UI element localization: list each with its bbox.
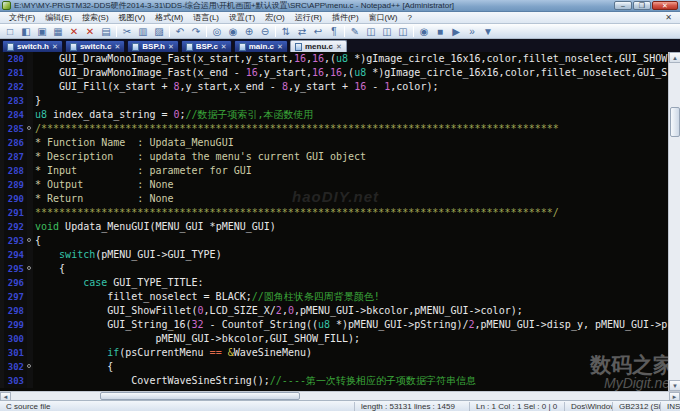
redo-icon[interactable]: ↷ xyxy=(189,25,203,38)
horizontal-scrollbar-thumb[interactable] xyxy=(100,392,300,400)
undo-icon[interactable]: ↶ xyxy=(173,25,187,38)
macro-stop-icon[interactable]: ■ xyxy=(433,25,447,38)
line-number[interactable]: 293 xyxy=(0,234,27,248)
new-file-icon[interactable]: □ xyxy=(3,25,17,38)
doc-monitor-2-icon[interactable]: ◫ xyxy=(380,25,394,38)
line-number[interactable]: 291 xyxy=(0,206,27,220)
find-icon[interactable]: ◎ xyxy=(210,25,224,38)
line-number[interactable]: 290 xyxy=(0,192,27,206)
line-number[interactable]: 286 xyxy=(0,136,27,150)
show-all-chars-icon[interactable]: ¶ xyxy=(327,25,341,38)
line-number[interactable]: 280 xyxy=(0,52,27,66)
line-number[interactable]: 302 xyxy=(0,360,27,374)
menu-item-5[interactable]: 语言(L) xyxy=(188,12,224,23)
vertical-scrollbar[interactable]: ▲ ▼ xyxy=(668,52,680,391)
menu-item-0[interactable]: 文件(F) xyxy=(4,12,40,23)
sync-horizontal-icon[interactable]: ⇄ xyxy=(295,25,309,38)
menu-item-4[interactable]: 格式(M) xyxy=(150,12,188,23)
line-number[interactable]: 282 xyxy=(0,80,27,94)
macro-save-icon[interactable]: ▼ xyxy=(481,25,495,38)
scroll-down-arrow-icon[interactable]: ▼ xyxy=(669,380,680,391)
minimize-button[interactable]: – xyxy=(614,1,632,10)
status-eol-format[interactable]: Dos\Windows xyxy=(565,402,613,411)
close-document-icon[interactable]: ✕ xyxy=(661,13,676,22)
line-number[interactable]: 296 xyxy=(0,276,27,290)
fold-marker-icon[interactable] xyxy=(27,266,31,270)
tab-close-icon[interactable]: ✕ xyxy=(52,43,58,51)
copy-icon[interactable]: ▥ xyxy=(136,25,150,38)
line-number[interactable]: 297 xyxy=(0,290,27,304)
tab-main.c[interactable]: main.c✕ xyxy=(234,40,288,52)
horizontal-scrollbar[interactable]: ◄ ► xyxy=(0,391,680,400)
line-number[interactable]: 295 xyxy=(0,262,27,276)
line-number[interactable]: 300 xyxy=(0,332,27,346)
tab-close-icon[interactable]: ✕ xyxy=(221,43,227,51)
menu-item-11[interactable]: ? xyxy=(402,13,416,22)
paste-icon[interactable]: ▨ xyxy=(152,25,166,38)
line-number[interactable]: 288 xyxy=(0,164,27,178)
scroll-up-arrow-icon[interactable]: ▲ xyxy=(669,52,680,63)
line-number[interactable]: 289 xyxy=(0,178,27,192)
tab-close-icon[interactable]: ✕ xyxy=(168,43,174,51)
tab-close-icon[interactable]: ✕ xyxy=(114,43,120,51)
vertical-scrollbar-thumb[interactable] xyxy=(670,107,680,137)
fold-margin[interactable] xyxy=(27,360,33,374)
tab-switch.h[interactable]: switch.h✕ xyxy=(2,40,63,52)
fold-marker-icon[interactable] xyxy=(27,238,31,242)
macro-play-icon[interactable]: ▶ xyxy=(449,25,463,38)
menu-item-1[interactable]: 编辑(E) xyxy=(40,12,77,23)
line-number[interactable]: 283 xyxy=(0,94,27,108)
menu-item-6[interactable]: 设置(T) xyxy=(224,12,260,23)
macro-run-multiple-icon[interactable]: » xyxy=(465,25,479,38)
doc-monitor-3-icon[interactable]: ◫ xyxy=(396,25,410,38)
line-number[interactable]: 299 xyxy=(0,318,27,332)
cut-icon[interactable]: ✂ xyxy=(120,25,134,38)
print-icon[interactable]: ▤ xyxy=(99,25,113,38)
tab-BSP.h[interactable]: BSP.h✕ xyxy=(127,40,178,52)
tab-close-icon[interactable]: ✕ xyxy=(336,43,342,51)
line-number[interactable]: 284 xyxy=(0,108,27,122)
save-icon[interactable]: ▣ xyxy=(35,25,49,38)
macro-record-icon[interactable]: ◉ xyxy=(417,25,431,38)
zoom-in-icon[interactable]: ⊕ xyxy=(242,25,256,38)
line-number[interactable]: 287 xyxy=(0,150,27,164)
tab-menu.c[interactable]: menu.c✕ xyxy=(290,40,347,52)
menu-item-7[interactable]: 宏(O) xyxy=(260,12,290,23)
line-number[interactable]: 294 xyxy=(0,248,27,262)
line-number[interactable]: 281 xyxy=(0,66,27,80)
line-number[interactable]: 298 xyxy=(0,304,27,318)
line-number[interactable]: 301 xyxy=(0,346,27,360)
close-button[interactable]: ✕ xyxy=(652,1,678,10)
fold-margin[interactable] xyxy=(27,262,33,276)
fold-margin[interactable] xyxy=(27,234,33,248)
status-typing-mode[interactable]: INS xyxy=(661,402,680,411)
fold-margin[interactable] xyxy=(27,122,33,136)
title-bar[interactable]: E:\MY\MY-PR\STM32-DDS硬件2014-3-31\DDS-综合运… xyxy=(0,0,680,12)
menu-item-2[interactable]: 搜索(S) xyxy=(77,12,114,23)
doc-monitor-1-icon[interactable]: ◫ xyxy=(364,25,378,38)
line-number[interactable]: 303 xyxy=(0,374,27,388)
fold-marker-icon[interactable] xyxy=(27,364,31,368)
menu-item-8[interactable]: 运行(R) xyxy=(290,12,327,23)
line-number[interactable]: 292 xyxy=(0,220,27,234)
maximize-button[interactable]: ❒ xyxy=(633,1,651,10)
status-encoding[interactable]: GB2312 (Simplified) xyxy=(613,402,661,411)
line-number[interactable]: 285 xyxy=(0,122,27,136)
replace-icon[interactable]: ◉ xyxy=(226,25,240,38)
menu-item-9[interactable]: 插件(P) xyxy=(327,12,364,23)
code-editor[interactable]: 280 GUI_DrawMonoImage_Fast(x_start,y_sta… xyxy=(0,52,668,391)
sync-vertical-icon[interactable]: ⇅ xyxy=(279,25,293,38)
fold-marker-icon[interactable] xyxy=(27,126,31,130)
close-icon[interactable]: ✕ xyxy=(67,25,81,38)
save-all-icon[interactable]: ▦ xyxy=(51,25,65,38)
menu-item-10[interactable]: 窗口(W) xyxy=(364,12,403,23)
menu-item-3[interactable]: 视图(V) xyxy=(114,12,151,23)
tab-close-icon[interactable]: ✕ xyxy=(277,43,283,51)
user-define-dialog-icon[interactable]: ✎ xyxy=(348,25,362,38)
word-wrap-icon[interactable]: ↩ xyxy=(311,25,325,38)
close-all-icon[interactable]: ✕ xyxy=(83,25,97,38)
open-folder-icon[interactable]: ◧ xyxy=(19,25,33,38)
tab-BSP.c[interactable]: BSP.c✕ xyxy=(181,40,232,52)
zoom-out-icon[interactable]: ⊖ xyxy=(258,25,272,38)
tab-switch.c[interactable]: switch.c✕ xyxy=(65,40,125,52)
